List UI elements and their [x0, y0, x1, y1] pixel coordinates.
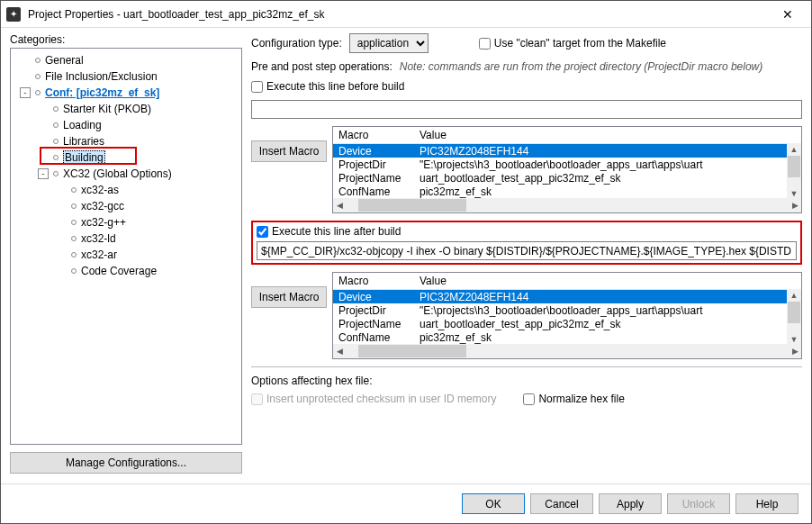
horizontal-scrollbar[interactable]: ◀▶: [333, 198, 801, 212]
table-row[interactable]: DevicePIC32MZ2048EFH144: [333, 144, 801, 158]
tree-item-libraries[interactable]: Libraries: [14, 133, 238, 149]
execute-after-input[interactable]: [257, 241, 797, 260]
bullet-icon: [71, 268, 77, 274]
table-row[interactable]: ConfNamepic32mz_ef_sk: [333, 185, 801, 198]
bullet-icon: [53, 171, 59, 176]
tree-item-starter-kit-pkob-[interactable]: Starter Kit (PKOB): [14, 101, 238, 117]
tree-item-label: Code Coverage: [81, 265, 157, 277]
tree-item-general[interactable]: General: [14, 52, 238, 68]
macro-name: ConfName: [333, 185, 414, 198]
tree-item-file-inclusion-exclusion[interactable]: File Inclusion/Exclusion: [14, 68, 238, 85]
table-row[interactable]: ProjectNameuart_bootloader_test_app_pic3…: [333, 171, 801, 185]
table-row[interactable]: ProjectNameuart_bootloader_test_app_pic3…: [333, 317, 801, 330]
expand-icon: [20, 71, 31, 82]
table-row[interactable]: DevicePIC32MZ2048EFH144: [333, 290, 801, 303]
expand-icon: [38, 152, 49, 163]
expand-icon: [38, 104, 49, 114]
insert-macro-button-1[interactable]: Insert Macro: [251, 140, 327, 162]
categories-label: Categories:: [10, 33, 242, 46]
insert-macro-button-2[interactable]: Insert Macro: [251, 286, 327, 308]
insert-checksum-checkbox: Insert unprotected checksum in user ID m…: [251, 393, 496, 405]
macro-header-value: Value: [414, 127, 801, 143]
pre-post-label: Pre and post step operations:: [251, 60, 392, 73]
configuration-type-select[interactable]: application: [349, 33, 429, 53]
macro-value: "E:\projects\h3_bootloader\bootloader_ap…: [414, 304, 801, 317]
table-row[interactable]: ProjectDir"E:\projects\h3_bootloader\boo…: [333, 303, 801, 317]
expand-icon: [56, 217, 67, 228]
expand-icon: [38, 136, 49, 147]
help-button[interactable]: Help: [735, 493, 798, 514]
vertical-scrollbar[interactable]: ▲ ▼: [787, 289, 801, 346]
macro-name: ProjectName: [333, 318, 414, 330]
expand-icon: [56, 249, 67, 260]
macro-name: Device: [333, 291, 414, 303]
bullet-icon: [71, 252, 77, 257]
highlighted-after-build-section: Execute this line after build: [251, 221, 802, 265]
hex-options-label: Options affecting hex file:: [251, 375, 802, 387]
macro-value: uart_bootloader_test_app_pic32mz_ef_sk: [414, 172, 801, 185]
table-row[interactable]: ConfNamepic32mz_ef_sk: [333, 330, 801, 344]
manage-configurations-button[interactable]: Manage Configurations...: [10, 452, 242, 474]
horizontal-scrollbar[interactable]: ◀▶: [333, 344, 801, 358]
macro-table-1[interactable]: Macro Value DevicePIC32MZ2048EFH144Proje…: [332, 126, 802, 213]
tree-item-code-coverage[interactable]: Code Coverage: [14, 263, 238, 279]
tree-item-loading[interactable]: Loading: [14, 117, 238, 133]
use-clean-checkbox[interactable]: Use "clean" target from the Makefile: [479, 37, 666, 50]
tree-item-label: XC32 (Global Options): [63, 167, 172, 180]
macro-value: PIC32MZ2048EFH144: [414, 145, 801, 158]
tree-item-xc32-ld[interactable]: xc32-ld: [14, 230, 238, 247]
expand-icon[interactable]: -: [38, 168, 49, 179]
title-bar: ✦ Project Properties - uart_bootloader_t…: [1, 1, 811, 28]
macro-name: ProjectName: [333, 172, 414, 185]
tree-item-label: Conf: [pic32mz_ef_sk]: [45, 86, 159, 99]
tree-item-xc32-global-options-[interactable]: -XC32 (Global Options): [14, 166, 238, 182]
macro-value: "E:\projects\h3_bootloader\bootloader_ap…: [414, 158, 801, 171]
bullet-icon: [35, 74, 41, 79]
tree-item-label: File Inclusion/Exclusion: [45, 70, 158, 83]
tree-item-xc32-ar[interactable]: xc32-ar: [14, 247, 238, 263]
tree-item-label: xc32-g++: [81, 216, 126, 229]
tree-item-label: Building: [63, 150, 105, 165]
expand-icon: [56, 201, 67, 212]
bullet-icon: [53, 106, 59, 112]
tree-item-label: Libraries: [63, 135, 104, 148]
macro-name: ProjectDir: [333, 158, 414, 171]
tree-item-building[interactable]: Building: [14, 149, 238, 166]
expand-icon: [38, 120, 49, 131]
macro-name: ConfName: [333, 331, 414, 344]
macro-name: ProjectDir: [333, 304, 414, 317]
tree-item-label: xc32-ar: [81, 248, 117, 261]
configuration-type-label: Configuration type:: [251, 37, 342, 50]
tree-item-xc32-as[interactable]: xc32-as: [14, 182, 238, 198]
tree-item-conf-pic32mz-ef-sk-[interactable]: -Conf: [pic32mz_ef_sk]: [14, 85, 238, 101]
close-button[interactable]: ✕: [770, 2, 806, 27]
normalize-hex-checkbox[interactable]: Normalize hex file: [523, 393, 624, 405]
bullet-icon: [71, 203, 77, 209]
macro-header-name: Macro: [333, 127, 414, 143]
app-icon: ✦: [6, 7, 21, 22]
execute-after-checkbox[interactable]: Execute this line after build: [257, 225, 797, 238]
macro-table-2[interactable]: Macro Value DevicePIC32MZ2048EFH144Proje…: [332, 272, 802, 359]
tree-item-label: xc32-gcc: [81, 200, 124, 212]
execute-before-checkbox[interactable]: Execute this line before build: [251, 80, 802, 93]
bullet-icon: [53, 122, 59, 128]
execute-before-input[interactable]: [251, 100, 802, 119]
tree-item-label: xc32-ld: [81, 232, 116, 245]
apply-button[interactable]: Apply: [599, 493, 662, 514]
ok-button[interactable]: OK: [462, 493, 525, 514]
bullet-icon: [53, 155, 59, 160]
tree-item-label: Loading: [63, 119, 102, 131]
categories-tree[interactable]: GeneralFile Inclusion/Exclusion-Conf: [p…: [10, 48, 242, 445]
bullet-icon: [35, 58, 41, 63]
table-row[interactable]: ProjectDir"E:\projects\h3_bootloader\boo…: [333, 158, 801, 171]
vertical-scrollbar[interactable]: ▲ ▼: [787, 143, 801, 200]
expand-icon[interactable]: -: [20, 87, 31, 98]
tree-item-xc32-g-[interactable]: xc32-g++: [14, 214, 238, 230]
pre-post-note: Note: commands are run from the project …: [400, 60, 762, 73]
unlock-button[interactable]: Unlock: [667, 493, 730, 514]
tree-item-xc32-gcc[interactable]: xc32-gcc: [14, 198, 238, 214]
bullet-icon: [71, 236, 77, 241]
expand-icon: [56, 185, 67, 195]
cancel-button[interactable]: Cancel: [530, 493, 593, 514]
expand-icon: [56, 266, 67, 276]
